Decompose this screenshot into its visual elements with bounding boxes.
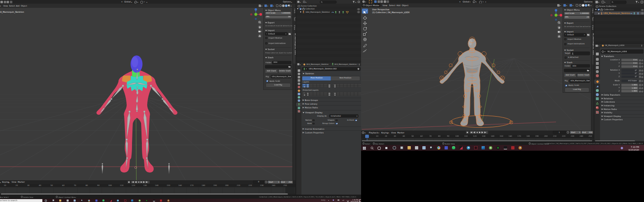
armature-layer-cell[interactable] [309, 94, 313, 96]
props-section-collapsed[interactable]: Instancing [600, 103, 644, 107]
timeline-ruler[interactable]: 1020304050607080901001101201301401501601… [361, 135, 594, 138]
timeline-menu-keying[interactable]: Keying [381, 132, 388, 134]
show-overlays-toggle-icon[interactable] [570, 4, 572, 7]
axes-checkbox[interactable] [313, 123, 315, 125]
armature-layer-cell[interactable] [306, 94, 310, 96]
perspective-toggle-icon[interactable] [557, 34, 561, 38]
props-section-collapsed[interactable]: Motion Paths [600, 107, 644, 110]
timeline-menu-keying[interactable]: Keying [2, 181, 9, 183]
transform-row[interactable]: Y 0 m [600, 62, 644, 65]
new-collection-icon[interactable] [641, 1, 643, 3]
transform-row[interactable]: Z 0 m [600, 65, 644, 68]
add-stash-button[interactable]: Add Stash [564, 73, 576, 78]
editor-type-icon[interactable] [362, 0, 365, 3]
armature-layer-cell[interactable] [324, 86, 327, 88]
pin-icon[interactable] [641, 44, 643, 47]
panel-import-header[interactable]: Import [265, 28, 291, 32]
tab-tool[interactable]: Tool [592, 17, 594, 23]
unit-scale-field[interactable]: Unit Scale 1.000000 [564, 12, 590, 15]
select-mode-extend-icon[interactable] [7, 1, 9, 3]
tab-object-data-icon-active[interactable] [298, 103, 300, 106]
in-front-checkbox[interactable] [355, 119, 357, 122]
armature-layer-cell[interactable] [333, 94, 336, 96]
tab-physics-icon[interactable] [596, 93, 599, 96]
animate-dot-icon[interactable] [642, 70, 643, 71]
filter-icon[interactable] [352, 1, 355, 3]
panel-socket-header[interactable]: Socket [564, 48, 590, 51]
select-mode-new-icon[interactable] [378, 0, 380, 3]
object-id-field[interactable]: ▾ SK_Mannequin_LOD0 [601, 50, 643, 53]
show-gizmo-toggle-icon[interactable] [264, 5, 267, 7]
stash-path-field[interactable] [564, 69, 590, 72]
frame-start-field[interactable]: Start1 [268, 181, 280, 184]
action-center-icon[interactable] [359, 200, 361, 202]
armature-layer-cell[interactable] [336, 86, 340, 88]
tab-render-icon[interactable] [596, 58, 599, 61]
tab-constraints-icon[interactable] [298, 107, 300, 109]
timeline-ruler[interactable]: 1020304050607080901001101201301401501601… [0, 184, 296, 187]
armature-layer-cell[interactable] [343, 94, 347, 96]
tab-output-icon[interactable] [596, 62, 599, 65]
breadcrumb-data-name[interactable]: UE4_Mannequin_Skeleton.002 [334, 63, 357, 65]
menu-select[interactable]: Select [9, 5, 15, 7]
select-mode-invert-icon[interactable] [387, 0, 389, 3]
tab-world-icon[interactable] [298, 86, 300, 88]
outliner-search-input[interactable] [611, 1, 626, 4]
shading-wireframe-icon[interactable] [279, 5, 282, 7]
group-colors-checkbox[interactable] [336, 123, 338, 125]
tool-cursor[interactable] [362, 14, 368, 19]
outliner-object-row-selected[interactable]: UE4_Mannequin_Skeleton [598, 12, 630, 15]
shading-solid-icon[interactable] [582, 4, 584, 7]
props-section-collapsed[interactable]: Viewport Display [600, 114, 644, 118]
rig-dropdown[interactable]: UE4_Mannequin_Skele..▾ [271, 75, 291, 78]
load-rig-button[interactable]: Load Rig [565, 88, 589, 92]
timeline-menu-marker[interactable]: Marker [18, 181, 25, 183]
animate-dot-icon[interactable] [642, 73, 643, 75]
fps-field[interactable]: FPS 24 [564, 16, 590, 19]
tab-particles-icon[interactable] [298, 96, 300, 99]
tab-scene-icon[interactable] [596, 70, 599, 73]
delete-stash-button[interactable]: Delete Stash [279, 69, 292, 73]
xray-toggle-icon[interactable] [576, 4, 578, 7]
current-frame-field[interactable]: 0 [253, 181, 264, 184]
lock-icon[interactable] [639, 65, 641, 68]
tab-object-data-icon[interactable] [596, 102, 599, 105]
tray-display-icon[interactable] [338, 200, 339, 201]
lock-icon[interactable] [639, 73, 641, 75]
tool-move[interactable] [362, 20, 368, 25]
outliner-editor-icon[interactable] [595, 1, 598, 3]
tool-annotate[interactable] [362, 42, 368, 47]
stash-path-field[interactable] [265, 65, 291, 68]
timeline-menu-playback[interactable]: Playback [369, 132, 378, 134]
armature-layer-cell[interactable] [350, 94, 354, 96]
transform-row[interactable]: Y 1.000 [600, 86, 644, 90]
properties-editor-icon[interactable] [297, 63, 299, 65]
options-dropdown[interactable]: Options [584, 1, 592, 3]
windows-start-icon[interactable] [363, 147, 366, 150]
outliner-search-input[interactable] [320, 1, 336, 3]
tool-measure[interactable] [362, 47, 368, 52]
select-mode-subtract-icon[interactable] [384, 0, 386, 3]
lock-icon[interactable] [639, 87, 641, 90]
playback-controls[interactable] [127, 181, 150, 184]
tab-item[interactable]: Item [592, 9, 594, 15]
menu-view[interactable]: View [382, 5, 387, 7]
animate-dot-icon[interactable] [642, 87, 643, 89]
transform-row[interactable]: Mode XYZ Euler [600, 79, 644, 83]
lock-icon[interactable] [639, 59, 641, 62]
transform-panel-header[interactable]: Transform [601, 55, 614, 57]
rig-dropdown[interactable]: UE4_Mannequin_Skele..▾ [570, 79, 590, 83]
transform-row[interactable]: Scale X 1.000 [600, 83, 644, 87]
snap-magnet-icon[interactable] [473, 0, 475, 3]
armature-layer-cell[interactable] [306, 86, 310, 88]
tab-physics-icon[interactable] [298, 99, 300, 102]
tab-modifiers-icon[interactable] [596, 85, 599, 88]
animate-dot-icon[interactable] [642, 76, 643, 78]
armature-layer-cell[interactable] [333, 86, 336, 88]
shapes-checkbox[interactable] [336, 119, 338, 122]
select-mode-tweak-icon[interactable] [374, 0, 377, 3]
props-section-collapsed[interactable]: Relations [600, 96, 644, 100]
timeline-tracks[interactable] [0, 187, 296, 193]
taskbar-search-box[interactable]: Type here to search [0, 199, 42, 202]
folder-browse-icon[interactable] [288, 32, 291, 35]
